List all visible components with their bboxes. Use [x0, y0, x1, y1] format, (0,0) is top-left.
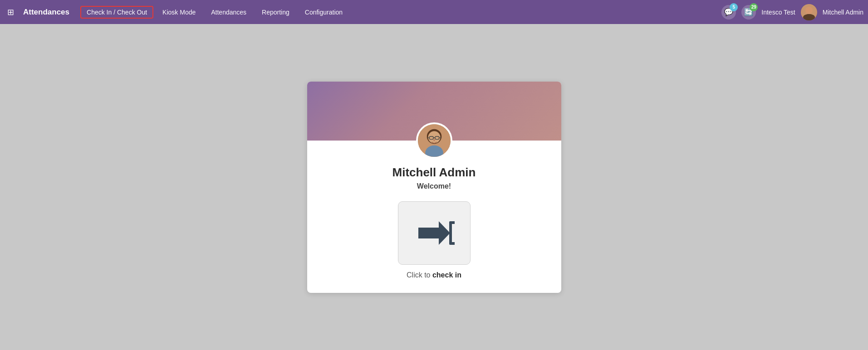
svg-point-2	[804, 14, 814, 20]
checkin-button-section: Click to check in	[398, 201, 471, 279]
svg-point-15	[433, 139, 435, 141]
svg-rect-19	[449, 221, 455, 224]
welcome-message: Welcome!	[417, 182, 451, 190]
org-name: Intesco Test	[761, 9, 795, 16]
svg-point-9	[428, 131, 440, 143]
profile-picture	[416, 122, 452, 159]
top-navigation: ⊞ Attendances Check In / Check Out Kiosk…	[0, 0, 868, 24]
checkin-label: Click to check in	[407, 271, 461, 279]
svg-rect-20	[449, 242, 455, 245]
card-header	[307, 82, 561, 141]
svg-point-3	[806, 7, 812, 13]
card-body: Mitchell Admin Welcome! Click to chec	[307, 141, 561, 293]
svg-marker-17	[418, 221, 450, 245]
checkin-card: Mitchell Admin Welcome! Click to chec	[307, 82, 561, 293]
svg-rect-18	[449, 222, 452, 244]
svg-point-1	[806, 7, 812, 14]
svg-rect-5	[809, 10, 812, 11]
nav-left: ⊞ Attendances Check In / Check Out Kiosk…	[5, 5, 721, 20]
nav-attendances[interactable]: Attendances	[205, 6, 253, 19]
svg-rect-4	[806, 10, 809, 11]
chat-badge: 5	[730, 3, 738, 11]
nav-reporting[interactable]: Reporting	[255, 6, 296, 19]
user-avatar	[801, 4, 817, 20]
grid-menu-icon[interactable]: ⊞	[5, 5, 17, 20]
nav-configuration[interactable]: Configuration	[299, 6, 349, 19]
nav-checkin-checkout[interactable]: Check In / Check Out	[80, 6, 153, 19]
nav-right: 💬 5 🔄 29 Intesco Test Mi	[721, 4, 863, 20]
nav-kiosk-mode[interactable]: Kiosk Mode	[156, 6, 202, 19]
user-menu[interactable]	[801, 4, 817, 20]
user-name-display: Mitchell Admin	[823, 9, 863, 16]
main-content: Mitchell Admin Welcome! Click to chec	[0, 24, 868, 350]
card-user-name: Mitchell Admin	[392, 165, 476, 180]
chat-button[interactable]: 💬 5	[721, 5, 736, 19]
checkin-arrow-icon	[414, 215, 455, 251]
activity-badge: 29	[750, 3, 758, 11]
activity-button[interactable]: 🔄 29	[741, 5, 756, 19]
app-title: Attendances	[20, 8, 73, 17]
svg-point-0	[801, 4, 817, 20]
checkin-button[interactable]	[398, 201, 471, 265]
